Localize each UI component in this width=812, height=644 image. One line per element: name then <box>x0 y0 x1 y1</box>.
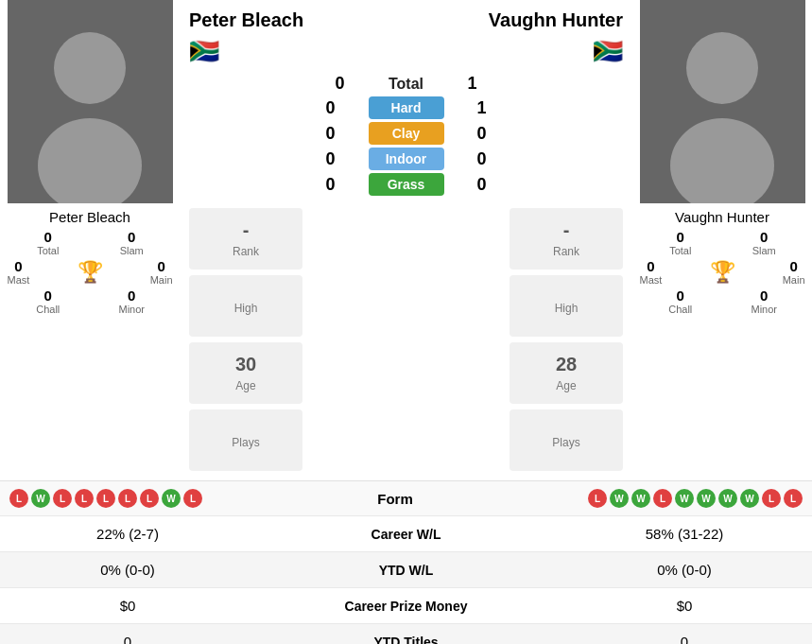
left-total-cell: 0 Total <box>8 229 90 256</box>
left-rank-value: - <box>243 219 250 241</box>
left-high-card: High <box>189 275 302 337</box>
form-section: LWLLLLLWL Form LWWLWWWWLL <box>0 480 812 515</box>
hard-score-line: 0 Hard 1 <box>180 96 632 119</box>
right-trophy-icon-cell: 🏆 <box>710 260 735 285</box>
main-row: Peter Bleach 0 Total 0 Slam 0 Mast 🏆 <box>0 0 812 480</box>
career-prize-label: Career Prize Money <box>246 599 566 614</box>
right-chall-label: Chall <box>668 304 692 315</box>
clay-score-line: 0 Clay 0 <box>180 122 632 145</box>
left-chall-value: 0 <box>44 287 52 304</box>
left-plays-label: Plays <box>232 436 259 449</box>
form-badge-l: L <box>75 489 94 508</box>
ytd-wl-label: YTD W/L <box>246 563 566 578</box>
form-badge-l: L <box>96 489 115 508</box>
career-prize-row: $0 Career Prize Money $0 <box>0 587 812 623</box>
hard-badge: Hard <box>350 96 463 119</box>
hard-score-left: 0 <box>255 98 350 118</box>
svg-point-1 <box>54 32 126 104</box>
score-table: 0 Total 1 0 Hard 1 0 Clay <box>180 74 632 199</box>
left-total-value: 0 <box>44 229 52 245</box>
left-mast-value: 0 <box>14 258 22 274</box>
left-plays-card: Plays <box>189 409 302 471</box>
left-minor-cell: 0 Minor <box>91 287 173 315</box>
hard-score-right: 1 <box>463 98 558 118</box>
left-rank-label: Rank <box>233 245 259 258</box>
left-rank-card: - Rank <box>189 208 302 270</box>
right-minor-cell: 0 Minor <box>723 287 805 315</box>
form-badge-l: L <box>183 489 202 508</box>
left-minor-value: 0 <box>128 287 135 304</box>
clay-score-right: 0 <box>463 124 558 144</box>
career-prize-left: $0 <box>9 598 246 614</box>
form-badge-w: W <box>31 489 50 508</box>
ytd-titles-right: 0 <box>566 634 803 644</box>
career-wl-right: 58% (31-22) <box>566 526 803 542</box>
left-player-name: Peter Bleach <box>49 209 130 225</box>
main-container: Peter Bleach 0 Total 0 Slam 0 Mast 🏆 <box>0 0 812 644</box>
right-main-value: 0 <box>789 258 797 274</box>
ytd-titles-label: YTD Titles <box>246 635 566 645</box>
form-badge-l: L <box>140 489 159 508</box>
right-form-badges: LWWLWWWWLL <box>588 489 803 508</box>
total-score-left: 0 <box>265 74 359 94</box>
left-age-label: Age <box>235 379 255 392</box>
right-mast-label: Mast <box>640 274 663 286</box>
right-chall-value: 0 <box>677 287 684 304</box>
career-wl-row: 22% (2-7) Career W/L 58% (31-22) <box>0 515 812 551</box>
left-main-value: 0 <box>157 258 164 274</box>
indoor-score-right: 0 <box>463 149 558 169</box>
ytd-wl-right: 0% (0-0) <box>566 562 803 578</box>
left-trophy-row: 0 Mast 🏆 0 Main <box>8 256 173 287</box>
grass-score-right: 0 <box>463 175 558 195</box>
left-high-label: High <box>234 302 258 315</box>
form-badge-w: W <box>675 489 694 508</box>
form-badge-l: L <box>118 489 137 508</box>
ytd-wl-row: 0% (0-0) YTD W/L 0% (0-0) <box>0 551 812 587</box>
ytd-titles-left: 0 <box>9 634 246 644</box>
left-trophy-icon: 🏆 <box>78 260 103 285</box>
right-player-name: Vaughn Hunter <box>675 209 769 225</box>
form-badge-w: W <box>631 489 650 508</box>
right-slam-value: 0 <box>760 229 768 245</box>
clay-score-left: 0 <box>255 124 350 144</box>
left-name-header: Peter Bleach <box>189 9 303 31</box>
indoor-score-line: 0 Indoor 0 <box>180 148 632 170</box>
right-trophy-row: 0 Mast 🏆 0 Main <box>640 256 805 287</box>
right-player-panel: Vaughn Hunter 0 Total 0 Slam 0 Mast 🏆 <box>632 0 812 315</box>
left-flag: 🇿🇦 <box>189 37 219 66</box>
right-rank-card: - Rank <box>510 208 623 270</box>
form-badge-w: W <box>697 489 716 508</box>
right-name-header: Vaughn Hunter <box>489 9 623 31</box>
left-total-label: Total <box>37 245 59 256</box>
left-slam-label: Slam <box>120 245 144 256</box>
center-panel: Peter Bleach Vaughn Hunter 🇿🇦 🇿🇦 0 Total… <box>180 0 632 480</box>
grass-score-line: 0 Grass 0 <box>180 173 632 196</box>
right-minor-value: 0 <box>760 287 768 304</box>
left-slam-cell: 0 Slam <box>91 229 173 256</box>
indoor-badge: Indoor <box>350 148 463 170</box>
right-high-label: High <box>555 302 579 315</box>
names-row: Peter Bleach Vaughn Hunter <box>180 9 632 31</box>
form-badge-l: L <box>9 489 28 508</box>
left-bottom-stats: 0 Chall 0 Minor <box>8 287 173 315</box>
indoor-score-left: 0 <box>255 149 350 169</box>
total-score-right: 1 <box>454 74 548 94</box>
right-slam-label: Slam <box>752 245 776 256</box>
left-chall-label: Chall <box>36 304 60 315</box>
right-main-cell: 0 Main <box>783 258 805 286</box>
right-flag: 🇿🇦 <box>593 37 623 66</box>
svg-point-4 <box>686 32 758 104</box>
right-rank-label: Rank <box>553 245 579 258</box>
right-chall-cell: 0 Chall <box>640 287 722 315</box>
right-total-value: 0 <box>677 229 684 245</box>
right-age-value: 28 <box>556 354 577 375</box>
cards-row: - Rank High 30 Age Plays <box>180 208 632 471</box>
right-rank-value: - <box>563 219 570 241</box>
indoor-label: Indoor <box>369 148 444 170</box>
form-badge-w: W <box>610 489 629 508</box>
left-mini-stats: 0 Total 0 Slam <box>8 229 173 256</box>
left-trophy-icon-cell: 🏆 <box>78 260 103 285</box>
right-mini-stats: 0 Total 0 Slam <box>640 229 805 256</box>
right-main-label: Main <box>783 274 805 286</box>
right-trophy-icon: 🏆 <box>710 260 735 285</box>
